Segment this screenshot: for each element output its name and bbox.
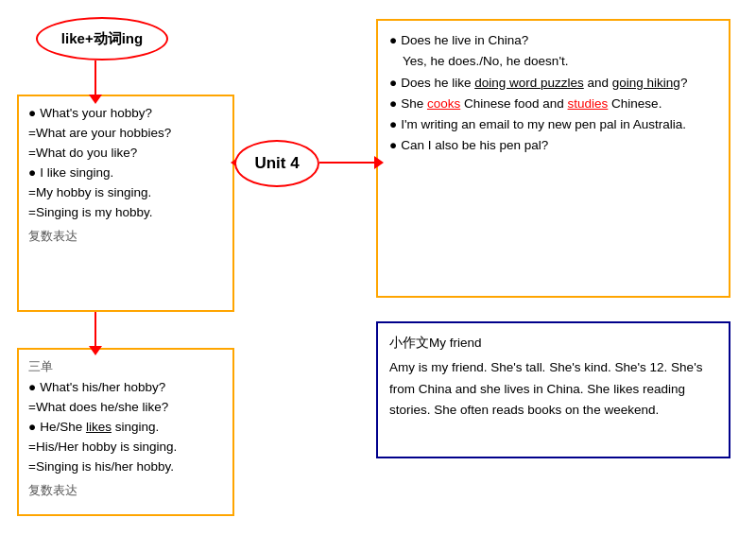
san-dan-label: 三单 bbox=[28, 357, 223, 376]
list-item: =Singing is his/her hobby. bbox=[28, 457, 223, 477]
list-item: ●I like singing. bbox=[28, 164, 223, 183]
right-top-box: ●Does he live in China? Yes, he does./No… bbox=[376, 19, 730, 298]
list-item: =My hobby is singing. bbox=[28, 183, 223, 203]
essay-body: Amy is my friend. She's tall. She's kind… bbox=[389, 357, 717, 421]
list-item: =What are your hobbies? bbox=[28, 124, 223, 144]
list-item: ●What's his/her hobby? bbox=[28, 378, 223, 398]
arrow-unit-right bbox=[319, 162, 376, 164]
arrow-left-down bbox=[94, 312, 96, 348]
list-item: =What does he/she like? bbox=[28, 398, 223, 418]
list-item: ●I'm writing an email to my new pen pal … bbox=[389, 114, 717, 135]
page: like+动词ing ●What's your hobby? =What are… bbox=[0, 0, 756, 535]
list-item: =What do you like? bbox=[28, 144, 223, 164]
list-item: ●What's your hobby? bbox=[28, 104, 223, 124]
list-item: Yes, he does./No, he doesn't. bbox=[389, 51, 717, 72]
oval-like: like+动词ing bbox=[36, 17, 168, 60]
arrow-oval-to-left-box bbox=[94, 60, 96, 96]
list-item: ●Does he like doing word puzzles and goi… bbox=[389, 73, 717, 94]
list-item: 复数表达 bbox=[28, 481, 223, 500]
list-item: ●Does he live in China? bbox=[389, 30, 717, 51]
oval-unit: Unit 4 bbox=[234, 140, 319, 187]
right-bottom-box: 小作文My friend Amy is my friend. She's tal… bbox=[376, 321, 730, 458]
list-item: =Singing is my hobby. bbox=[28, 203, 223, 223]
list-item: 复数表达 bbox=[28, 227, 223, 246]
list-item: ●She cooks Chinese food and studies Chin… bbox=[389, 94, 717, 114]
list-item: ●Can I also be his pen pal? bbox=[389, 135, 717, 156]
left-bottom-box: 三单 ●What's his/her hobby? =What does he/… bbox=[17, 348, 234, 516]
essay-title: 小作文My friend bbox=[389, 333, 717, 354]
left-top-box: ●What's your hobby? =What are your hobbi… bbox=[17, 95, 234, 312]
list-item: =His/Her hobby is singing. bbox=[28, 438, 223, 457]
list-item: ●He/She likes singing. bbox=[28, 418, 223, 438]
